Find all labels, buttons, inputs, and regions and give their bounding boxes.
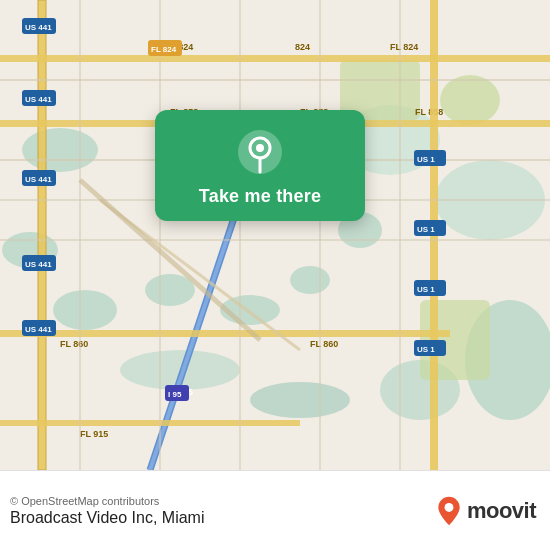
take-me-there-label: Take me there bbox=[199, 186, 321, 207]
svg-rect-17 bbox=[38, 0, 46, 470]
location-label: Broadcast Video Inc, Miami bbox=[10, 509, 204, 527]
svg-point-6 bbox=[290, 266, 330, 294]
svg-point-16 bbox=[440, 75, 500, 125]
svg-point-3 bbox=[53, 290, 117, 330]
svg-point-1 bbox=[22, 128, 98, 172]
moovit-pin-icon bbox=[435, 495, 463, 527]
map-container: FL 860 FL 824 824 FL 824 FL 858 FL 858 F… bbox=[0, 0, 550, 470]
svg-text:US 441: US 441 bbox=[25, 175, 52, 184]
svg-text:FL 824: FL 824 bbox=[390, 42, 418, 52]
svg-point-71 bbox=[256, 144, 264, 152]
svg-text:I 95: I 95 bbox=[168, 390, 182, 399]
svg-text:US 1: US 1 bbox=[417, 285, 435, 294]
moovit-text: moovit bbox=[467, 498, 536, 524]
svg-rect-23 bbox=[0, 55, 550, 62]
svg-text:FL 824: FL 824 bbox=[151, 45, 177, 54]
map-background: FL 860 FL 824 824 FL 824 FL 858 FL 858 F… bbox=[0, 0, 550, 470]
svg-text:US 1: US 1 bbox=[417, 225, 435, 234]
svg-rect-21 bbox=[0, 330, 450, 337]
svg-text:FL 860: FL 860 bbox=[60, 339, 88, 349]
svg-text:824: 824 bbox=[295, 42, 310, 52]
svg-text:FL 858: FL 858 bbox=[415, 107, 443, 117]
svg-point-13 bbox=[250, 382, 350, 418]
moovit-logo: moovit bbox=[435, 495, 536, 527]
svg-rect-32 bbox=[0, 420, 300, 426]
svg-text:US 441: US 441 bbox=[25, 325, 52, 334]
svg-text:FL 915: FL 915 bbox=[80, 429, 108, 439]
svg-point-73 bbox=[444, 503, 453, 512]
svg-text:US 441: US 441 bbox=[25, 23, 52, 32]
take-me-there-card[interactable]: Take me there bbox=[155, 110, 365, 221]
bottom-bar: © OpenStreetMap contributors Broadcast V… bbox=[0, 470, 550, 550]
attribution-text: © OpenStreetMap contributors bbox=[10, 495, 204, 507]
svg-text:US 441: US 441 bbox=[25, 95, 52, 104]
bottom-left: © OpenStreetMap contributors Broadcast V… bbox=[10, 495, 204, 527]
svg-text:US 1: US 1 bbox=[417, 155, 435, 164]
svg-text:US 1: US 1 bbox=[417, 345, 435, 354]
svg-text:US 441: US 441 bbox=[25, 260, 52, 269]
location-pin-icon bbox=[236, 128, 284, 176]
svg-text:FL 860: FL 860 bbox=[310, 339, 338, 349]
